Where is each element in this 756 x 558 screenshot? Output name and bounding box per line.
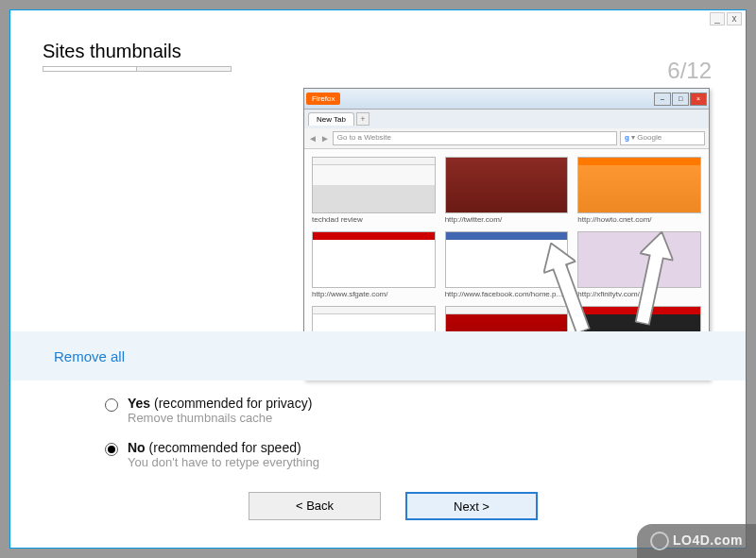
wizard-buttons: < Back Next >	[249, 492, 538, 520]
forward-arrow-icon: ►	[320, 133, 330, 144]
nav-bar: ◄ ► Go to a Website g ▾ Google	[304, 128, 709, 149]
thumb-label: http://xfinitytv.com/	[577, 290, 701, 298]
thumb-image	[577, 157, 701, 213]
thumb-item: http://twitter.com/	[445, 157, 569, 224]
option-no-label: No (recommended for speed)	[128, 440, 319, 455]
step-counter: 6/12	[667, 58, 712, 84]
thumb-item: http://xfinitytv.com/	[577, 231, 701, 298]
radio-yes[interactable]	[105, 398, 118, 412]
thumb-label: http://twitter.com/	[445, 215, 569, 224]
option-yes[interactable]: Yes (recommended for privacy) Remove thu…	[105, 396, 319, 425]
thumb-item: http://www.facebook.com/home.p...	[445, 231, 569, 298]
preview-maximize-icon: □	[672, 93, 689, 106]
thumb-image	[312, 157, 436, 213]
wizard-window: _ x Sites thumbnails 6/12 Firefox – □ × …	[9, 9, 747, 549]
option-no-rest: (recommended for speed)	[146, 440, 301, 455]
thumb-label: techdad review	[312, 215, 436, 224]
browser-tab: New Tab	[308, 112, 354, 126]
thumb-image	[445, 157, 569, 213]
preview-titlebar: Firefox – □ ×	[304, 89, 709, 110]
option-yes-label: Yes (recommended for privacy)	[128, 396, 312, 411]
search-bar: g ▾ Google	[620, 131, 705, 145]
option-no-sub: You don't have to retype everything	[128, 455, 319, 469]
page-title: Sites thumbnails	[43, 41, 713, 62]
option-yes-rest: (recommended for privacy)	[150, 396, 312, 411]
google-icon: g	[625, 133, 629, 142]
option-no[interactable]: No (recommended for speed) You don't hav…	[105, 440, 319, 469]
thumb-label: http://www.facebook.com/home.p...	[445, 290, 569, 298]
tab-strip: New Tab +	[304, 110, 709, 128]
remove-all-link[interactable]: Remove all	[54, 348, 125, 364]
preview-minimize-icon: –	[654, 93, 671, 106]
minimize-button[interactable]: _	[710, 12, 725, 25]
progress-bar	[43, 66, 232, 72]
progress-fill	[43, 67, 137, 71]
preview-window-controls: – □ ×	[654, 93, 707, 106]
thumb-label: http://howto.cnet.com/	[577, 215, 701, 224]
firefox-badge: Firefox	[306, 93, 340, 105]
url-bar: Go to a Website	[333, 131, 617, 145]
option-no-bold: No	[128, 440, 146, 455]
new-tab-icon: +	[356, 112, 369, 126]
titlebar: _ x	[10, 10, 746, 29]
thumb-item: techdad review	[312, 157, 436, 224]
next-button[interactable]: Next >	[405, 492, 538, 520]
close-button[interactable]: x	[727, 12, 742, 25]
thumb-image	[577, 231, 701, 288]
thumb-image	[445, 231, 569, 288]
back-button[interactable]: < Back	[249, 492, 381, 520]
option-yes-bold: Yes	[128, 396, 150, 411]
option-yes-sub: Remove thumbnails cache	[128, 411, 312, 425]
search-placeholder: Google	[637, 133, 662, 142]
thumb-item: http://howto.cnet.com/	[577, 157, 701, 224]
thumb-image	[312, 231, 436, 288]
globe-icon	[650, 532, 669, 550]
remove-all-band: Remove all	[10, 331, 746, 380]
preview-close-icon: ×	[690, 93, 707, 106]
back-arrow-icon: ◄	[308, 133, 318, 144]
thumb-label: http://www.sfgate.com/	[312, 290, 436, 298]
watermark-text: LO4D.com	[673, 533, 743, 548]
options-group: Yes (recommended for privacy) Remove thu…	[105, 396, 319, 484]
content-area: Sites thumbnails	[10, 29, 746, 72]
radio-no[interactable]	[105, 443, 118, 456]
window-controls: _ x	[710, 12, 742, 25]
thumb-item: http://www.sfgate.com/	[312, 231, 436, 298]
watermark: LO4D.com	[637, 524, 756, 558]
